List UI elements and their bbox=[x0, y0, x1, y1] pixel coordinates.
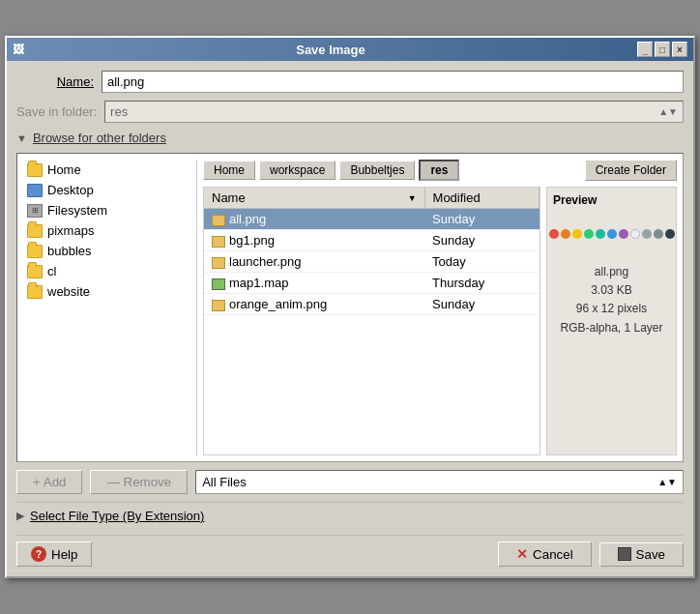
titlebar-icon: 🖼 bbox=[13, 43, 24, 56]
dot-dark bbox=[665, 229, 675, 239]
name-row: Name: bbox=[16, 71, 684, 93]
breadcrumb-workspace[interactable]: workspace bbox=[259, 161, 335, 180]
select-type-row[interactable]: ▶ Select File Type (By Extension) bbox=[16, 509, 684, 523]
remove-button[interactable]: — Remove bbox=[90, 470, 188, 494]
breadcrumb-bar: Home workspace Bubbeltjes res Create Fol… bbox=[203, 160, 677, 181]
sidebar-label-pixmaps: pixmaps bbox=[47, 223, 94, 238]
dot-gray bbox=[642, 229, 652, 239]
dot-darkgray bbox=[654, 229, 663, 239]
help-icon: ? bbox=[31, 546, 46, 562]
save-in-label: Save in folder: bbox=[16, 104, 97, 119]
file-name-cell: all.png bbox=[204, 209, 424, 230]
action-row: ? Help ✕ Cancel Save bbox=[16, 541, 684, 567]
png-icon bbox=[212, 257, 225, 269]
file-modified-cell: Sunday bbox=[424, 230, 539, 251]
folder-icon-bubbles bbox=[27, 245, 43, 258]
preview-image bbox=[559, 215, 665, 253]
cancel-button[interactable]: ✕ Cancel bbox=[498, 541, 592, 567]
save-image-dialog: 🖼 Save Image _ □ × Name: Save in folder:… bbox=[5, 36, 695, 578]
dot-teal bbox=[596, 229, 605, 239]
dot-blue bbox=[607, 229, 617, 239]
table-row[interactable]: bg1.png Sunday bbox=[204, 230, 540, 251]
bottom-row: + Add — Remove All Files ▲▼ bbox=[16, 470, 684, 494]
right-section: Home workspace Bubbeltjes res Create Fol… bbox=[203, 160, 677, 455]
table-row[interactable]: map1.map Thursday bbox=[204, 273, 540, 294]
sidebar-item-home[interactable]: Home bbox=[23, 160, 190, 180]
desktop-icon bbox=[27, 184, 43, 197]
cancel-label: Cancel bbox=[533, 547, 573, 562]
preview-title: Preview bbox=[553, 193, 597, 207]
table-row[interactable]: all.png Sunday bbox=[204, 209, 540, 230]
sidebar-item-cl[interactable]: cl bbox=[23, 261, 190, 281]
save-in-row: Save in folder: res ▲▼ bbox=[16, 101, 684, 123]
sidebar-label-cl: cl bbox=[47, 264, 56, 278]
file-modified-cell: Thursday bbox=[424, 273, 539, 294]
select-type-label: Select File Type (By Extension) bbox=[30, 509, 204, 523]
browse-triangle-icon: ▼ bbox=[16, 132, 27, 144]
png-icon bbox=[212, 215, 225, 226]
sidebar-label-desktop: Desktop bbox=[47, 183, 94, 197]
titlebar-title: Save Image bbox=[296, 43, 365, 57]
minimize-button[interactable]: _ bbox=[637, 42, 653, 57]
breadcrumb-bubbeltjes[interactable]: Bubbeltjes bbox=[339, 161, 415, 180]
folder-icon-pixmaps bbox=[27, 224, 43, 238]
browse-row[interactable]: ▼ Browse for other folders bbox=[16, 131, 684, 145]
filetype-label: All Files bbox=[202, 475, 247, 489]
sidebar-item-pixmaps[interactable]: pixmaps bbox=[23, 220, 190, 241]
close-button[interactable]: × bbox=[672, 42, 687, 57]
add-button[interactable]: + Add bbox=[16, 470, 82, 494]
breadcrumb-home[interactable]: Home bbox=[203, 161, 255, 180]
main-area: Home Desktop ⊞ Filesystem pixmaps bubble… bbox=[16, 153, 684, 462]
titlebar: 🖼 Save Image _ □ × bbox=[7, 38, 693, 61]
sidebar-label-filesystem: Filesystem bbox=[47, 203, 107, 218]
select-type-triangle-icon: ▶ bbox=[16, 510, 24, 522]
file-modified-cell: Sunday bbox=[424, 294, 539, 315]
color-dots bbox=[549, 229, 675, 239]
window-body: Name: Save in folder: res ▲▼ ▼ Browse fo… bbox=[7, 61, 693, 576]
dot-orange bbox=[561, 229, 570, 239]
name-input[interactable] bbox=[102, 71, 684, 93]
file-modified-cell: Sunday bbox=[424, 209, 539, 230]
sidebar-item-desktop[interactable]: Desktop bbox=[23, 180, 190, 200]
sidebar-item-bubbles[interactable]: bubbles bbox=[23, 241, 190, 261]
column-name[interactable]: Name ▼ bbox=[204, 188, 424, 209]
floppy-disk-icon bbox=[618, 547, 631, 561]
file-name-cell: bg1.png bbox=[204, 230, 424, 251]
file-modified-cell: Today bbox=[424, 251, 539, 273]
folder-icon bbox=[27, 163, 43, 177]
filetype-combo[interactable]: All Files ▲▼ bbox=[195, 470, 684, 494]
folder-icon-cl bbox=[27, 265, 43, 278]
table-row[interactable]: launcher.png Today bbox=[204, 251, 540, 273]
save-in-value: res bbox=[110, 104, 128, 119]
file-name-cell: launcher.png bbox=[204, 251, 424, 273]
preview-dimensions: 96 x 12 pixels bbox=[560, 300, 662, 318]
sidebar-item-website[interactable]: website bbox=[23, 281, 190, 302]
preview-colorinfo: RGB-alpha, 1 Layer bbox=[560, 319, 662, 337]
breadcrumb-res[interactable]: res bbox=[419, 160, 459, 181]
file-name-cell: map1.map bbox=[204, 273, 424, 294]
divider2 bbox=[16, 535, 684, 536]
save-label: Save bbox=[636, 547, 665, 562]
sidebar-label-bubbles: bubbles bbox=[47, 244, 92, 258]
divider bbox=[16, 502, 684, 503]
file-table: Name ▼ Modified a bbox=[203, 187, 540, 455]
folder-icon-website bbox=[27, 285, 43, 299]
column-modified[interactable]: Modified bbox=[424, 188, 539, 209]
dot-green bbox=[584, 229, 594, 239]
sort-arrow-icon: ▼ bbox=[408, 193, 417, 203]
map-icon bbox=[212, 278, 225, 290]
help-button[interactable]: ? Help bbox=[16, 541, 92, 567]
browse-label: Browse for other folders bbox=[33, 131, 166, 145]
create-folder-button[interactable]: Create Folder bbox=[585, 160, 677, 181]
left-panel: Home Desktop ⊞ Filesystem pixmaps bubble… bbox=[23, 160, 197, 455]
save-in-combo[interactable]: res ▲▼ bbox=[104, 101, 684, 123]
sidebar-item-filesystem[interactable]: ⊞ Filesystem bbox=[23, 200, 190, 220]
dot-yellow bbox=[572, 229, 582, 239]
save-button[interactable]: Save bbox=[599, 542, 684, 567]
filetype-arrow-icon: ▲▼ bbox=[657, 477, 677, 487]
table-row[interactable]: orange_anim.png Sunday bbox=[204, 294, 540, 315]
maximize-button[interactable]: □ bbox=[655, 42, 670, 57]
preview-info: all.png 3.03 KB 96 x 12 pixels RGB-alpha… bbox=[560, 263, 662, 337]
preview-filesize: 3.03 KB bbox=[560, 281, 662, 300]
help-label: Help bbox=[51, 547, 77, 562]
